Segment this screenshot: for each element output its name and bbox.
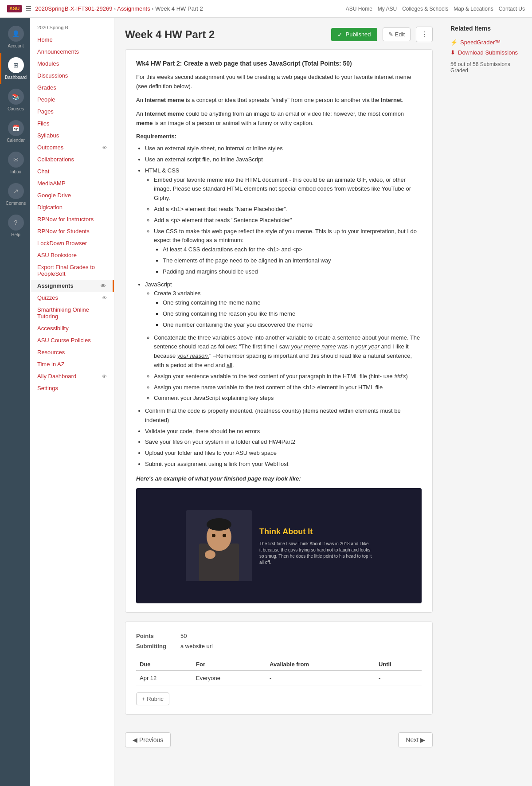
due-table: Due For Available from Until Apr 12 Ever…: [136, 658, 422, 685]
sidebar-item-calendar[interactable]: 📅 Calendar: [0, 116, 30, 147]
courses-label: Courses: [8, 106, 24, 111]
hamburger-icon[interactable]: ☰: [25, 4, 31, 13]
nav-outcomes[interactable]: Outcomes: [37, 144, 63, 151]
courses-icon: 📚: [8, 89, 24, 105]
right-sidebar: Related Items ⚡ SpeedGrader™ ⬇ Download …: [443, 18, 532, 786]
html-css-4: Use CSS to make this web page reflect th…: [154, 227, 422, 277]
account-icon: 👤: [8, 26, 24, 42]
nav-announcements[interactable]: Announcements: [30, 46, 114, 58]
meme-figure-svg: [190, 515, 248, 581]
available-from: -: [266, 671, 375, 685]
intro-paragraph-2: An Internet meme is a concept or idea th…: [136, 96, 422, 105]
until-col-header: Until: [375, 658, 422, 671]
js-list: Create 3 variables One string containing…: [154, 289, 422, 403]
nav-home[interactable]: Home: [30, 34, 114, 46]
download-submissions-link[interactable]: ⬇ Download Submissions: [450, 47, 525, 58]
nav-digication[interactable]: Digication: [30, 201, 114, 213]
req-item-js: JavaScript Create 3 variables One string…: [145, 280, 422, 403]
nav-discussions[interactable]: Discussions: [30, 70, 114, 82]
map-link[interactable]: Map & Locations: [454, 6, 493, 12]
nav-grades[interactable]: Grades: [30, 82, 114, 94]
rubric-button[interactable]: + Rubric: [136, 692, 169, 705]
svg-point-5: [205, 550, 215, 559]
nav-export-grades[interactable]: Export Final Grades to PeopleSoft: [30, 261, 114, 280]
published-label: Published: [345, 31, 371, 38]
sidebar-item-inbox[interactable]: ✉ Inbox: [0, 147, 30, 179]
js-3: Assign your sentence variable to the tex…: [154, 372, 422, 381]
commons-label: Commons: [6, 201, 26, 206]
nav-resources[interactable]: Resources: [30, 346, 114, 358]
nav-syllabus[interactable]: Syllabus: [30, 129, 114, 141]
details-table: Points 50 Submitting a website url: [136, 631, 422, 651]
nav-modules[interactable]: Modules: [30, 58, 114, 70]
sidebar-item-account[interactable]: 👤 Account: [0, 21, 30, 53]
req-submit: Submit your assignment using a link from…: [145, 460, 422, 469]
commons-icon: ↗: [8, 183, 24, 199]
asu-home-link[interactable]: ASU Home: [346, 6, 372, 12]
nav-assignments-row[interactable]: Assignments 👁: [30, 280, 114, 292]
related-items-title: Related Items: [450, 25, 525, 32]
nav-pages[interactable]: Pages: [30, 106, 114, 117]
meme-body: The first time I saw Think About It was …: [259, 541, 372, 566]
meme-inner: Think About It The first time I saw Thin…: [186, 510, 372, 581]
published-button[interactable]: ✓ Published: [331, 28, 377, 41]
edit-label: Edit: [395, 31, 405, 38]
js-var-3: One number containing the year you disco…: [163, 321, 422, 330]
nav-ally-row: Ally Dashboard 👁: [30, 370, 114, 382]
nav-bookstore[interactable]: ASU Bookstore: [30, 249, 114, 261]
nav-asu-course-policies[interactable]: ASU Course Policies: [30, 334, 114, 346]
css-min-1: At least 4 CSS declarations each for the…: [163, 245, 422, 254]
more-button[interactable]: ⋮: [416, 27, 433, 42]
colleges-link[interactable]: Colleges & Schools: [402, 6, 448, 12]
sidebar-item-help[interactable]: ? Help: [0, 210, 30, 242]
nav-collaborations[interactable]: Collaborations: [30, 153, 114, 165]
req-upload: Upload your folder and files to your ASU…: [145, 449, 422, 458]
assignments-badge: 👁: [101, 283, 106, 289]
download-icon: ⬇: [450, 49, 455, 56]
js-2: Concatenate the three variables above in…: [154, 333, 422, 370]
table-row: Apr 12 Everyone - -: [136, 671, 422, 685]
nav-quizzes[interactable]: Quizzes: [37, 294, 58, 301]
nav-google-drive[interactable]: Google Drive: [30, 189, 114, 201]
nav-mediaamb[interactable]: MediaAMP: [30, 177, 114, 189]
submissions-graded: 56 out of 56 Submissions Graded: [450, 61, 525, 74]
speed-grader-link[interactable]: ⚡ SpeedGrader™: [450, 37, 525, 47]
until-value: -: [375, 671, 422, 685]
nav-lockdown[interactable]: LockDown Browser: [30, 237, 114, 249]
sidebar-item-dashboard[interactable]: ⊞ Dashboard: [0, 53, 30, 84]
available-col-header: Available from: [266, 658, 375, 671]
nav-people[interactable]: People: [30, 94, 114, 106]
requirements-header: Requirements:: [136, 132, 422, 141]
for-col-header: For: [192, 658, 266, 671]
nav-settings[interactable]: Settings: [30, 382, 114, 394]
for-value: Everyone: [192, 671, 266, 685]
nav-chat[interactable]: Chat: [30, 165, 114, 177]
inbox-icon: ✉: [8, 152, 24, 168]
req-indent: Confirm that the code is properly indent…: [145, 407, 422, 425]
js-1: Create 3 variables One string containing…: [154, 289, 422, 329]
nav-ally[interactable]: Ally Dashboard: [37, 373, 76, 379]
nav-rpnow-instructors[interactable]: RPNow for Instructors: [30, 213, 114, 225]
breadcrumb-assignments[interactable]: Assignments: [117, 5, 150, 12]
nav-accessibility[interactable]: Accessibility: [30, 322, 114, 334]
sidebar-item-courses[interactable]: 📚 Courses: [0, 84, 30, 116]
points-row: Points 50: [136, 631, 422, 641]
download-label: Download Submissions: [458, 49, 518, 56]
nav-files[interactable]: Files: [30, 117, 114, 129]
submitting-value: a website url: [180, 643, 213, 649]
next-button[interactable]: Next ▶: [398, 732, 433, 747]
contact-link[interactable]: Contact Us: [499, 6, 525, 12]
nav-time-in-az[interactable]: Time in AZ: [30, 358, 114, 370]
due-col-header: Due: [136, 658, 192, 671]
nav-smarthinking[interactable]: Smarthinking Online Tutoring: [30, 304, 114, 322]
breadcrumb-course[interactable]: 2020SpringB-X-IFT301-29269: [35, 5, 112, 12]
previous-button[interactable]: ◀ Previous: [125, 732, 171, 747]
nav-rpnow-students[interactable]: RPNow for Students: [30, 225, 114, 237]
sidebar-item-commons[interactable]: ↗ Commons: [0, 179, 30, 210]
js-5: Comment your JavaScript explaining key s…: [154, 394, 422, 403]
edit-button[interactable]: ✎ Edit: [383, 27, 411, 41]
svg-point-2: [207, 518, 231, 531]
calendar-icon: 📅: [8, 120, 24, 136]
my-asu-link[interactable]: My ASU: [378, 6, 397, 12]
css-min-list: At least 4 CSS declarations each for the…: [163, 245, 422, 276]
